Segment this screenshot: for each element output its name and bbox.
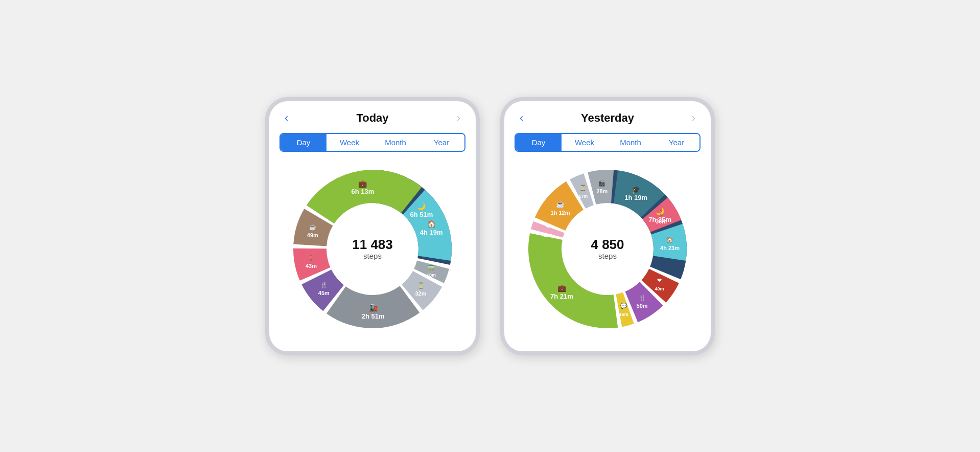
chart-area: 🌙6h 51m🚃18m⏳32m🚂2h 51m🍴45m🚶43m☕49m💼6h 13… xyxy=(279,162,465,336)
svg-text:6h 13m: 6h 13m xyxy=(351,188,374,195)
svg-text:11m: 11m xyxy=(543,232,552,237)
svg-text:🚶: 🚶 xyxy=(308,254,315,261)
donut-chart: 🌙6h 51m🚃18m⏳32m🚂2h 51m🍴45m🚶43m☕49m💼6h 13… xyxy=(286,162,459,336)
svg-text:⏳: ⏳ xyxy=(417,281,425,288)
phone-header: ‹Today› xyxy=(279,111,465,125)
svg-text:🍴: 🍴 xyxy=(320,281,328,288)
tab-week[interactable]: Week xyxy=(562,134,608,151)
svg-text:18m: 18m xyxy=(427,273,436,278)
svg-text:🏠: 🏠 xyxy=(427,219,436,228)
svg-text:17m: 17m xyxy=(578,193,588,198)
svg-text:⏳: ⏳ xyxy=(579,184,587,191)
tab-week[interactable]: Week xyxy=(326,134,372,151)
tab-day[interactable]: Day xyxy=(516,134,562,151)
svg-text:🌙: 🌙 xyxy=(417,202,426,211)
tab-month[interactable]: Month xyxy=(608,134,654,151)
svg-text:36m: 36m xyxy=(656,218,667,224)
svg-point-0 xyxy=(328,204,417,294)
svg-text:1h 19m: 1h 19m xyxy=(624,194,647,201)
svg-text:🍴: 🍴 xyxy=(639,294,646,301)
donut-chart: 🌙7h 35m❤40m🍴50m💬15m💼7h 21m❤11m☕1h 12m⏳17… xyxy=(521,162,694,336)
svg-text:40m: 40m xyxy=(655,286,664,291)
tab-year[interactable]: Year xyxy=(418,134,464,151)
tab-day[interactable]: Day xyxy=(281,134,326,151)
svg-text:💼: 💼 xyxy=(557,284,567,292)
svg-text:43m: 43m xyxy=(306,263,317,269)
svg-text:1h 12m: 1h 12m xyxy=(551,209,570,215)
svg-text:32m: 32m xyxy=(415,290,427,296)
nav-right[interactable]: › xyxy=(687,109,701,127)
svg-text:🚶: 🚶 xyxy=(658,209,665,216)
svg-text:❤: ❤ xyxy=(657,277,662,283)
svg-text:28m: 28m xyxy=(596,188,608,194)
tab-year[interactable]: Year xyxy=(654,134,699,151)
svg-text:🎬: 🎬 xyxy=(598,179,605,186)
svg-point-19 xyxy=(563,204,652,294)
nav-left[interactable]: ‹ xyxy=(515,109,528,127)
tab-bar: DayWeekMonthYear xyxy=(515,133,701,152)
phone-today: ‹Today›DayWeekMonthYear🌙6h 51m🚃18m⏳32m🚂2… xyxy=(265,97,480,355)
svg-text:🎓: 🎓 xyxy=(632,185,641,194)
svg-text:50m: 50m xyxy=(637,303,648,309)
svg-text:6h 51m: 6h 51m xyxy=(410,211,433,218)
svg-text:🏠: 🏠 xyxy=(666,236,673,243)
phone-header: ‹Yesterday› xyxy=(515,111,701,125)
svg-text:☕: ☕ xyxy=(556,200,565,209)
nav-left[interactable]: ‹ xyxy=(279,109,293,127)
svg-text:15m: 15m xyxy=(619,311,628,317)
svg-text:7h 21m: 7h 21m xyxy=(550,292,573,300)
svg-text:☕: ☕ xyxy=(309,223,316,231)
phone-title: Today xyxy=(356,111,388,125)
nav-right[interactable]: › xyxy=(452,109,465,127)
svg-text:4h 23m: 4h 23m xyxy=(660,245,680,251)
tab-bar: DayWeekMonthYear xyxy=(279,133,465,152)
svg-text:4h 19m: 4h 19m xyxy=(420,228,443,236)
svg-text:💼: 💼 xyxy=(358,179,367,188)
svg-text:2h 51m: 2h 51m xyxy=(362,312,385,320)
tab-month[interactable]: Month xyxy=(372,134,418,151)
svg-text:49m: 49m xyxy=(307,232,318,238)
svg-text:🚃: 🚃 xyxy=(428,263,435,270)
svg-text:45m: 45m xyxy=(318,289,330,296)
svg-text:❤: ❤ xyxy=(546,223,550,230)
phone-title: Yesterday xyxy=(581,111,634,125)
phone-yesterday: ‹Yesterday›DayWeekMonthYear🌙7h 35m❤40m🍴5… xyxy=(500,97,715,355)
svg-text:💬: 💬 xyxy=(620,302,627,309)
svg-text:🚂: 🚂 xyxy=(369,304,378,312)
phones-container: ‹Today›DayWeekMonthYear🌙6h 51m🚃18m⏳32m🚂2… xyxy=(255,87,725,366)
chart-area: 🌙7h 35m❤40m🍴50m💬15m💼7h 21m❤11m☕1h 12m⏳17… xyxy=(515,162,701,336)
